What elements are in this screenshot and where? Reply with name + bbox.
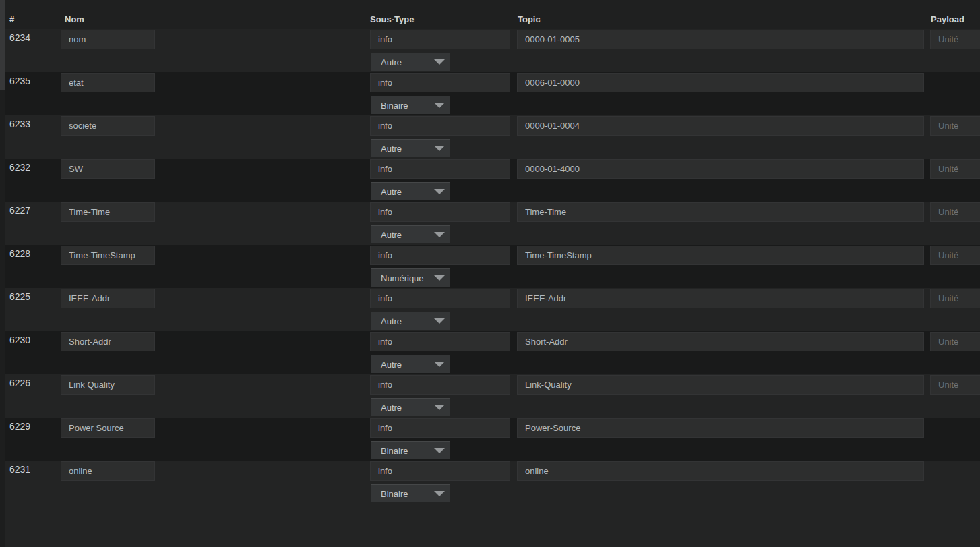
subtype-input[interactable] bbox=[370, 289, 510, 308]
subtype-input[interactable] bbox=[370, 202, 510, 222]
topic-input[interactable] bbox=[517, 159, 924, 179]
subtype-select-value: Binaire bbox=[381, 446, 408, 456]
subtype-select-value: Autre bbox=[381, 403, 402, 413]
chevron-down-icon bbox=[434, 275, 445, 281]
table-row: 6227 Autre bbox=[0, 202, 980, 245]
table-row: 6230 Autre bbox=[0, 331, 980, 374]
nom-input[interactable] bbox=[61, 30, 155, 49]
subtype-select[interactable]: Binaire bbox=[371, 441, 450, 459]
table-row: 6233 Autre bbox=[0, 115, 980, 159]
table-row: 6226 Autre bbox=[0, 374, 980, 418]
subtype-select-value: Binaire bbox=[381, 100, 408, 111]
subtype-select[interactable]: Numérique bbox=[371, 268, 450, 287]
subtype-select[interactable]: Autre bbox=[371, 312, 450, 330]
payload-input[interactable] bbox=[930, 30, 980, 49]
chevron-down-icon bbox=[434, 146, 445, 151]
topic-input[interactable] bbox=[517, 375, 924, 395]
row-id: 6233 bbox=[9, 119, 30, 129]
subtype-input[interactable] bbox=[370, 375, 510, 395]
column-header-soustype: Sous-Type bbox=[370, 14, 415, 24]
payload-input[interactable] bbox=[930, 202, 980, 222]
row-id: 6226 bbox=[9, 378, 30, 388]
subtype-input[interactable] bbox=[370, 418, 510, 438]
subtype-input[interactable] bbox=[370, 116, 510, 136]
nom-input[interactable] bbox=[61, 461, 155, 481]
payload-input[interactable] bbox=[930, 332, 980, 351]
row-id: 6228 bbox=[9, 248, 30, 259]
nom-input[interactable] bbox=[61, 116, 155, 136]
payload-input[interactable] bbox=[930, 116, 980, 136]
subtype-select-value: Autre bbox=[381, 230, 402, 240]
topic-input[interactable] bbox=[517, 30, 924, 49]
nom-input[interactable] bbox=[61, 246, 155, 265]
chevron-down-icon bbox=[434, 59, 445, 65]
payload-input[interactable] bbox=[930, 289, 980, 308]
chevron-down-icon bbox=[434, 491, 445, 496]
subtype-select-value: Binaire bbox=[381, 489, 408, 499]
topic-input[interactable] bbox=[517, 73, 924, 92]
nom-input[interactable] bbox=[61, 375, 155, 395]
row-id: 6234 bbox=[9, 32, 30, 43]
row-id: 6231 bbox=[9, 464, 30, 475]
topic-input[interactable] bbox=[517, 461, 924, 481]
payload-input[interactable] bbox=[930, 159, 980, 179]
table-header: # Nom Sous-Type Topic Payload bbox=[0, 0, 980, 29]
subtype-input[interactable] bbox=[370, 30, 510, 49]
nom-input[interactable] bbox=[61, 332, 155, 351]
chevron-down-icon bbox=[434, 318, 445, 324]
subtype-input[interactable] bbox=[370, 246, 510, 265]
subtype-select[interactable]: Autre bbox=[371, 355, 450, 373]
nom-input[interactable] bbox=[61, 289, 155, 308]
scrollbar-thumb[interactable] bbox=[0, 0, 5, 90]
topic-input[interactable] bbox=[517, 289, 924, 308]
row-id: 6225 bbox=[9, 291, 30, 302]
subtype-select[interactable]: Binaire bbox=[371, 484, 450, 502]
subtype-select[interactable]: Autre bbox=[371, 53, 450, 71]
row-id: 6229 bbox=[9, 421, 30, 432]
column-header-num: # bbox=[9, 14, 14, 24]
topic-input[interactable] bbox=[517, 116, 924, 136]
subtype-select-value: Numérique bbox=[381, 273, 424, 283]
column-header-topic: Topic bbox=[518, 14, 541, 24]
nom-input[interactable] bbox=[61, 202, 155, 222]
topic-input[interactable] bbox=[517, 202, 924, 222]
chevron-down-icon bbox=[434, 448, 445, 453]
table-row: 6229 Binaire bbox=[0, 418, 980, 461]
chevron-down-icon bbox=[434, 189, 445, 194]
subtype-select[interactable]: Autre bbox=[371, 139, 450, 157]
chevron-down-icon bbox=[434, 362, 445, 367]
subtype-select[interactable]: Autre bbox=[371, 182, 450, 200]
table-row: 6232 Autre bbox=[0, 159, 980, 202]
payload-input[interactable] bbox=[930, 375, 980, 395]
chevron-down-icon bbox=[434, 103, 445, 108]
subtype-select[interactable]: Autre bbox=[371, 398, 450, 416]
table-row: 6225 Autre bbox=[0, 288, 980, 331]
payload-input[interactable] bbox=[930, 246, 980, 265]
column-header-nom: Nom bbox=[65, 14, 84, 24]
chevron-down-icon bbox=[434, 405, 445, 410]
table-rows: 6234 Autre 6235 Binaire 6233 Autre 6232 bbox=[0, 29, 980, 504]
subtype-input[interactable] bbox=[370, 73, 510, 92]
nom-input[interactable] bbox=[61, 159, 155, 179]
row-id: 6232 bbox=[9, 162, 30, 173]
table-row: 6235 Binaire bbox=[0, 72, 980, 115]
subtype-select-value: Autre bbox=[381, 187, 402, 197]
topic-input[interactable] bbox=[517, 418, 924, 438]
subtype-select[interactable]: Autre bbox=[371, 225, 450, 243]
topic-input[interactable] bbox=[517, 332, 924, 351]
table-row: 6231 Binaire bbox=[0, 461, 980, 504]
nom-input[interactable] bbox=[61, 73, 155, 92]
subtype-input[interactable] bbox=[370, 461, 510, 481]
subtype-select[interactable]: Binaire bbox=[371, 96, 450, 114]
subtype-select-value: Autre bbox=[381, 359, 402, 370]
chevron-down-icon bbox=[434, 232, 445, 237]
nom-input[interactable] bbox=[61, 418, 155, 438]
subtype-input[interactable] bbox=[370, 159, 510, 179]
table-row: 6234 Autre bbox=[0, 29, 980, 72]
topic-input[interactable] bbox=[517, 246, 924, 265]
commands-table-page: # Nom Sous-Type Topic Payload 6234 Autre… bbox=[0, 0, 980, 547]
left-scrollbar[interactable] bbox=[0, 0, 5, 547]
column-header-payload: Payload bbox=[931, 14, 964, 24]
row-id: 6235 bbox=[9, 76, 30, 86]
subtype-input[interactable] bbox=[370, 332, 510, 351]
